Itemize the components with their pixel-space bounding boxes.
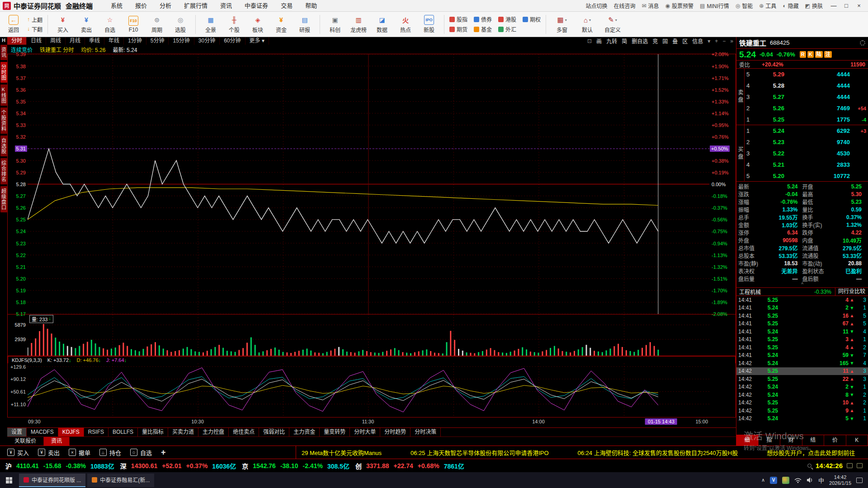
order-book-row[interactable]: 15.246292+3 bbox=[745, 125, 868, 136]
pager-button[interactable]: ↓下翻 bbox=[27, 25, 42, 33]
toolbar-button[interactable]: ╫个股 bbox=[222, 15, 246, 33]
toolbar-button[interactable]: ◈板块 bbox=[246, 15, 269, 33]
quick-item[interactable]: ✉消息 bbox=[642, 2, 659, 9]
quick-item[interactable]: ▤MINI行情 bbox=[700, 2, 729, 9]
quote-tab[interactable]: 价 bbox=[824, 435, 846, 446]
maximize-icon[interactable]: □ bbox=[840, 0, 853, 11]
wifi-icon[interactable] bbox=[794, 478, 802, 483]
menu-item[interactable]: 扩展行情 bbox=[178, 0, 214, 11]
period-tab[interactable]: 15分钟 bbox=[169, 37, 194, 45]
sidebar-item[interactable]: 超级盘口 bbox=[0, 186, 7, 212]
toolbar-button[interactable]: ▣科创 bbox=[323, 15, 347, 33]
quote-tab[interactable]: 结 bbox=[802, 435, 825, 446]
order-book-row[interactable]: 55.294444 bbox=[745, 69, 868, 80]
back-button[interactable]: ←返回 bbox=[2, 15, 25, 33]
add-button[interactable]: + bbox=[161, 448, 166, 457]
period-tab[interactable]: 60分钟 bbox=[220, 37, 245, 45]
menu-item[interactable]: 帮助 bbox=[299, 0, 323, 11]
menu-item[interactable]: 分析 bbox=[153, 0, 178, 11]
sidebar-item[interactable]: 自选股 bbox=[0, 136, 7, 156]
stock-badge[interactable]: K bbox=[807, 51, 814, 58]
period-tab[interactable]: 5分钟 bbox=[146, 37, 169, 45]
chart-tool[interactable]: 区 bbox=[682, 37, 688, 45]
stock-badge[interactable]: R bbox=[800, 51, 806, 58]
toolbar-button[interactable]: F10F10 bbox=[122, 16, 145, 33]
input-language[interactable]: 中 bbox=[818, 476, 824, 484]
stock-badge[interactable]: 注 bbox=[824, 51, 832, 58]
sidebar-item[interactable]: 分时图 bbox=[0, 62, 7, 83]
tray-expand-icon[interactable]: ∧ bbox=[761, 477, 765, 483]
indicator-tab[interactable]: 分时大单 bbox=[350, 428, 380, 436]
industry-row[interactable]: 工程机械 -0.33% 同行业比较 bbox=[736, 288, 868, 296]
quick-item[interactable]: ◎智能 bbox=[736, 2, 753, 9]
quick-item[interactable]: ◩换肤 bbox=[805, 2, 823, 9]
taskbar-app[interactable]: 中泰证券融易汇(新... bbox=[87, 474, 154, 487]
trade-button[interactable]: ¥卖出 bbox=[38, 448, 60, 457]
quote-tab[interactable]: 财 bbox=[780, 435, 802, 446]
quote-tab[interactable]: K bbox=[846, 435, 868, 446]
chart-tool[interactable]: 固 bbox=[662, 37, 668, 45]
speaker-icon[interactable] bbox=[807, 477, 813, 483]
order-book-row[interactable]: 45.212833 bbox=[745, 159, 868, 170]
tick-row[interactable]: 14:425.2511▲3 bbox=[736, 367, 868, 375]
trade-button[interactable]: ¥买入 bbox=[7, 448, 29, 457]
index-item[interactable]: 京1542.76-38.10-2.41%308.5亿 bbox=[242, 461, 349, 470]
tick-row[interactable]: 14:425.259▲1 bbox=[736, 407, 868, 415]
quick-item[interactable]: ◉股票预警 bbox=[665, 2, 694, 9]
tray-clock[interactable]: 14:42 2026/1/15 bbox=[829, 474, 851, 486]
menu-item[interactable]: 中泰证券 bbox=[238, 0, 274, 11]
indicator-tab[interactable]: 设置 bbox=[7, 428, 27, 436]
volume-plot[interactable] bbox=[28, 314, 709, 356]
tick-row[interactable]: 14:415.2516▲5 bbox=[736, 312, 868, 320]
indicator-tab[interactable]: 分时决策 bbox=[410, 428, 441, 436]
tick-row[interactable]: 14:415.253▲1 bbox=[736, 336, 868, 344]
ticker-item[interactable]: 06:24 上海壁仞科技: 全球发售的发售股份数目为2540万股H股 bbox=[578, 450, 738, 456]
toolbar-button[interactable]: ¥买入 bbox=[51, 15, 75, 33]
chart-tool-icon[interactable]: + bbox=[715, 38, 718, 44]
sidebar-item[interactable]: 综合排名 bbox=[0, 158, 7, 184]
menu-item[interactable]: 交易 bbox=[274, 0, 299, 11]
menu-item[interactable]: 系统 bbox=[104, 0, 129, 11]
toolbar-button[interactable]: ⊙周期 bbox=[145, 15, 169, 33]
indicator-tab[interactable]: 量变转势 bbox=[320, 428, 350, 436]
period-tab[interactable]: 月线 bbox=[66, 37, 85, 45]
gear-icon[interactable] bbox=[860, 40, 865, 46]
period-tab[interactable]: 1分钟 bbox=[124, 37, 146, 45]
toolbar-button[interactable]: ▦全景 bbox=[199, 15, 222, 33]
ticker-item[interactable]: 29 Meta数十亿美元收购Manus bbox=[302, 450, 382, 456]
toolbar-button[interactable]: ▤研报 bbox=[293, 15, 316, 33]
order-book-row[interactable]: 25.239740 bbox=[745, 136, 868, 148]
quick-item[interactable]: ⊕工具 bbox=[759, 2, 776, 9]
tick-row[interactable]: 14:425.242▼1 bbox=[736, 383, 868, 391]
tick-row[interactable]: 14:425.2510▲2 bbox=[736, 399, 868, 407]
toolbar-button[interactable]: ☆自选 bbox=[98, 15, 122, 33]
close-icon[interactable]: × bbox=[853, 0, 865, 11]
kdj-title[interactable]: KDJFS(9,3,3) bbox=[12, 357, 42, 363]
chart-tool[interactable]: 画 bbox=[596, 37, 602, 45]
chart-tool[interactable]: 删自选 bbox=[632, 37, 648, 45]
desktop-icon[interactable] bbox=[847, 463, 853, 468]
popup-icon[interactable] bbox=[857, 463, 863, 468]
chart-tool[interactable]: 叠 bbox=[672, 37, 678, 45]
order-book-row[interactable]: 55.2010772 bbox=[745, 170, 868, 182]
toolbar-button[interactable]: ◪数据 bbox=[370, 15, 394, 33]
indicator-tab[interactable]: 主力资金 bbox=[289, 428, 320, 436]
sidebar-item[interactable]: 资讯 bbox=[0, 45, 7, 60]
indicator-tab[interactable]: 分时趋势 bbox=[380, 428, 410, 436]
market-shortcut[interactable]: 债券 bbox=[474, 15, 492, 23]
notification-icon[interactable] bbox=[856, 478, 863, 483]
minimize-icon[interactable]: — bbox=[827, 0, 840, 11]
sidebar-item[interactable]: 个股资料 bbox=[0, 108, 7, 134]
tick-row[interactable]: 14:415.2567▲5 bbox=[736, 320, 868, 328]
taskbar-app[interactable]: 中泰证券同花顺版 ... bbox=[19, 474, 85, 487]
period-tab[interactable]: 更多 ▾ bbox=[245, 37, 269, 45]
pager-button[interactable]: ↑上翻 bbox=[27, 16, 42, 23]
trade-button[interactable]: ×撤单 bbox=[69, 448, 90, 457]
industry-compare-link[interactable]: 同行业比较 bbox=[835, 288, 868, 296]
period-tab[interactable]: 周线 bbox=[46, 37, 66, 45]
chart-tool[interactable]: 竞 bbox=[652, 37, 658, 45]
toolbar-button[interactable]: ▥龙虎榜 bbox=[347, 15, 370, 33]
market-shortcut[interactable]: 期货 bbox=[449, 25, 467, 33]
period-tab[interactable]: 季线 bbox=[85, 37, 104, 45]
order-book-row[interactable]: 15.251775-4 bbox=[745, 114, 868, 125]
